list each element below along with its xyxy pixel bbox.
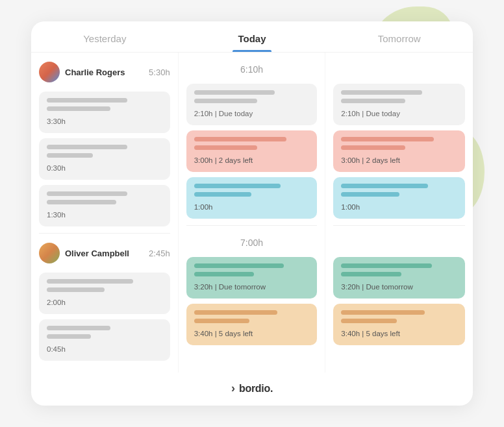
task-card[interactable]: 1:30h	[39, 185, 170, 226]
charlie-today-hours: 6:10h	[186, 59, 318, 77]
task-label: 0:30h	[47, 164, 66, 172]
task-bar-2	[47, 287, 105, 292]
oliver-yesterday-hours: 2:45h	[149, 249, 170, 258]
main-card: Yesterday Today Tomorrow Charlie Rogers …	[31, 21, 473, 406]
task-card[interactable]: 3:40h | 5 days left	[333, 304, 465, 345]
task-bar-2	[47, 153, 93, 158]
content-grid: Charlie Rogers 5:30h 3:30h 0:30h 1:30h	[31, 53, 473, 372]
task-card[interactable]: 2:00h	[39, 273, 170, 314]
task-bar	[341, 184, 428, 188]
user-header-oliver-yesterday: Oliver Campbell 2:45h	[39, 240, 170, 266]
tab-today[interactable]: Today	[179, 21, 326, 52]
task-card[interactable]: 3:00h | 2 days left	[333, 130, 465, 172]
task-label: 3:20h | Due tomorrow	[341, 283, 412, 291]
task-card[interactable]: 3:00h | 2 days left	[186, 130, 318, 172]
tab-yesterday[interactable]: Yesterday	[31, 21, 179, 52]
task-bar-2	[194, 319, 249, 323]
task-bar-2	[47, 334, 91, 339]
footer: › bordio.	[31, 372, 473, 406]
avatar-oliver	[39, 243, 60, 263]
task-bar-2	[341, 99, 405, 103]
task-label: 1:00h	[341, 203, 360, 211]
task-bar	[341, 263, 431, 268]
task-bar	[47, 326, 110, 330]
section-divider	[39, 233, 170, 234]
task-bar-2	[341, 145, 405, 150]
logo-text: bordio.	[239, 383, 273, 395]
task-bar-2	[194, 272, 254, 276]
task-card[interactable]: 0:30h	[39, 138, 170, 180]
task-card[interactable]: 3:20h | Due tomorrow	[186, 257, 318, 299]
task-label: 3:00h | 2 days left	[341, 156, 400, 164]
task-card[interactable]: 2:10h | Due today	[186, 84, 318, 125]
task-bar-2	[194, 145, 258, 150]
tab-tomorrow[interactable]: Tomorrow	[325, 21, 473, 52]
task-bar	[341, 310, 425, 315]
bordio-chevron-icon: ›	[231, 382, 235, 395]
task-card[interactable]: 0:45h	[39, 319, 170, 361]
task-label: 2:10h | Due today	[341, 110, 400, 117]
task-label: 3:30h	[47, 117, 66, 125]
task-bar	[194, 184, 281, 188]
task-label: 3:00h | 2 days left	[194, 156, 253, 164]
task-card[interactable]: 1:00h	[186, 177, 318, 219]
user-name-oliver: Oliver Campbell	[65, 249, 144, 258]
task-card[interactable]: 2:10h | Due today	[333, 84, 465, 125]
task-card[interactable]: 3:40h | 5 days left	[186, 304, 318, 345]
col-yesterday: Charlie Rogers 5:30h 3:30h 0:30h 1:30h	[31, 53, 179, 372]
task-card[interactable]: 1:00h	[333, 177, 465, 219]
task-bar-2	[47, 200, 116, 204]
task-bar	[47, 98, 127, 103]
task-bar	[194, 137, 286, 141]
task-bar	[341, 90, 422, 95]
section-divider	[333, 225, 465, 226]
task-bar-2	[194, 192, 252, 197]
task-bar	[47, 279, 133, 284]
section-divider	[186, 225, 318, 226]
task-bar-2	[194, 99, 258, 103]
task-label: 2:00h	[47, 299, 66, 306]
task-bar	[47, 145, 127, 149]
header-row: Yesterday Today Tomorrow	[31, 21, 473, 53]
task-bar	[194, 310, 277, 315]
col-today: 6:10h 2:10h | Due today 3:00h | 2 days l…	[179, 53, 326, 372]
task-card[interactable]: 3:20h | Due tomorrow	[333, 257, 465, 299]
task-bar-2	[341, 272, 401, 276]
task-bar-2	[47, 106, 110, 111]
task-label: 3:40h | 5 days left	[194, 330, 253, 337]
user-header-charlie-yesterday: Charlie Rogers 5:30h	[39, 59, 170, 85]
task-bar	[341, 137, 434, 141]
task-bar	[194, 90, 275, 95]
task-label: 1:00h	[194, 203, 213, 211]
task-bar-2	[341, 319, 397, 323]
user-name-charlie: Charlie Rogers	[65, 67, 144, 77]
charlie-yesterday-hours: 5:30h	[149, 67, 170, 77]
col-tomorrow: 6:10h 2:10h | Due today 3:00h | 2 days l…	[325, 53, 473, 372]
task-bar-2	[341, 192, 399, 197]
avatar-charlie	[39, 62, 60, 82]
task-label: 3:20h | Due tomorrow	[194, 283, 266, 291]
task-label: 3:40h | 5 days left	[341, 330, 400, 337]
task-label: 2:10h | Due today	[194, 110, 253, 117]
oliver-today-hours: 7:00h	[186, 232, 318, 250]
task-card[interactable]: 3:30h	[39, 92, 170, 133]
task-bar	[194, 263, 284, 268]
task-bar	[47, 191, 127, 196]
task-label: 0:45h	[47, 345, 66, 353]
task-label: 1:30h	[47, 211, 66, 219]
